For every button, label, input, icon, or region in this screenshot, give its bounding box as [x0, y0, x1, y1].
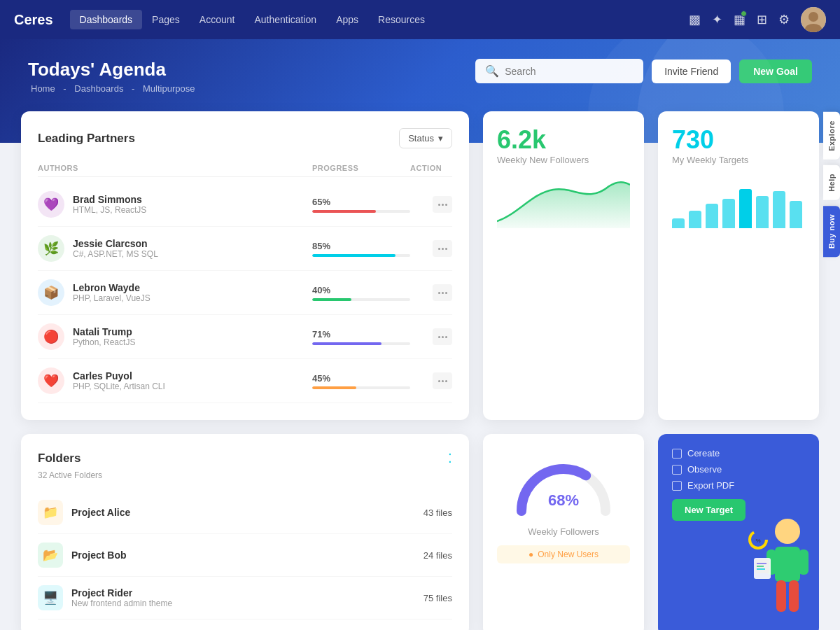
- folders-list: 📁 Project Alice 43 files 📂 Project Bob 2…: [38, 491, 452, 620]
- partner-skills: Python, ReactJS: [73, 337, 135, 347]
- checkbox-icon-3[interactable]: [672, 481, 682, 491]
- search-input[interactable]: [505, 66, 634, 77]
- action-dots-button[interactable]: [433, 196, 452, 213]
- action-dots-button[interactable]: [433, 284, 452, 301]
- action-dots-button[interactable]: [433, 240, 452, 257]
- progress-col: 71%: [312, 329, 410, 345]
- folder-name: Project Alice: [71, 507, 415, 518]
- partner-name: Natali Trump: [73, 326, 135, 337]
- progress-fill: [312, 298, 351, 301]
- side-tabs: Explore Help Buy now: [823, 112, 840, 257]
- nav-pages[interactable]: Pages: [142, 14, 190, 25]
- targets-bar-chart: [672, 172, 805, 228]
- bar-item: [722, 199, 735, 228]
- grid-icon[interactable]: ⊞: [757, 12, 767, 27]
- folders-subtitle: 32 Active Folders: [38, 470, 452, 480]
- folder-icon: 🖥️: [38, 585, 63, 610]
- targets-label: My Weekly Targets: [672, 155, 805, 165]
- svg-rect-7: [799, 550, 808, 575]
- list-item: 🖥️ Project Rider New frontend admin them…: [38, 577, 452, 620]
- search-icon: 🔍: [485, 64, 499, 78]
- followers-chart: [497, 172, 630, 228]
- checkbox-icon[interactable]: [672, 449, 682, 458]
- settings-icon[interactable]: ⚙: [778, 12, 790, 27]
- list-item: 📁 Project Alice 43 files: [38, 491, 452, 534]
- explore-tab[interactable]: Explore: [823, 112, 840, 160]
- nav-authentication[interactable]: Authentication: [244, 14, 326, 25]
- progress-col: 45%: [312, 373, 410, 389]
- bar-item: [773, 191, 785, 228]
- chevron-down-icon: ▾: [438, 133, 443, 144]
- partner-info: 🌿 Jessie Clarcson C#, ASP.NET, MS SQL: [38, 235, 312, 262]
- svg-point-4: [775, 519, 800, 544]
- gauge-chart: 68%: [507, 448, 620, 518]
- folders-card: Folders ⁚ 32 Active Folders 📁 Project Al…: [21, 434, 469, 630]
- navbar-right: ▩ ✦ ▦ ⊞ ⚙: [689, 7, 826, 32]
- progress-bar: [312, 210, 410, 213]
- progress-pct: 40%: [312, 285, 410, 295]
- progress-fill: [312, 254, 396, 257]
- table-row: 📦 Lebron Wayde PHP, Laravel, VueJS 40%: [38, 271, 452, 315]
- search-box[interactable]: 🔍: [475, 59, 643, 83]
- nav-dashboards[interactable]: Dashboards: [70, 10, 143, 29]
- partner-name: Carles Puyol: [73, 370, 165, 382]
- progress-pct: 45%: [312, 373, 410, 384]
- folder-name: Project Rider: [71, 587, 415, 598]
- action-dots-button[interactable]: [433, 328, 452, 345]
- invite-friend-button[interactable]: Invite Friend: [652, 59, 731, 83]
- nav-apps[interactable]: Apps: [326, 14, 368, 25]
- bar-item: [790, 201, 802, 228]
- folder-name: Project Bob: [71, 550, 415, 561]
- bar-item: [672, 218, 685, 228]
- table-row: 🔴 Natali Trump Python, ReactJS 71%: [38, 315, 452, 359]
- progress-pct: 71%: [312, 329, 410, 340]
- svg-point-1: [808, 12, 818, 22]
- col-authors: AUTHORS: [38, 164, 312, 172]
- sparkle-icon[interactable]: ✦: [712, 12, 722, 27]
- folder-desc: New frontend admin theme: [71, 598, 415, 608]
- table-row: 💜 Brad Simmons HTML, JS, ReactJS 65%: [38, 183, 452, 227]
- leading-partners-title: Leading Partners: [38, 132, 135, 146]
- partner-info: ❤️ Carles Puyol PHP, SQLite, Artisan CLI: [38, 368, 312, 394]
- progress-fill: [312, 342, 382, 345]
- partner-info: 💜 Brad Simmons HTML, JS, ReactJS: [38, 191, 312, 218]
- table-row: ❤️ Carles Puyol PHP, SQLite, Artisan CLI…: [38, 359, 452, 403]
- user-avatar[interactable]: [801, 7, 826, 32]
- bar-item: [756, 196, 769, 228]
- content-grid: Leading Partners Status ▾ AUTHORS PROGRE…: [21, 111, 819, 420]
- bar-item: [689, 211, 701, 228]
- progress-bar: [312, 342, 410, 345]
- svg-text:68%: 68%: [548, 491, 579, 509]
- svg-rect-5: [775, 547, 800, 582]
- breadcrumb: Home - Dashboards - Multipurpose: [28, 83, 197, 94]
- partner-skills: PHP, Laravel, VueJS: [73, 293, 150, 303]
- partner-name: Jessie Clarcson: [73, 238, 158, 249]
- help-tab[interactable]: Help: [823, 165, 840, 200]
- partner-name: Lebron Wayde: [73, 282, 150, 293]
- bar-item: [739, 189, 752, 228]
- nav-account[interactable]: Account: [190, 14, 245, 25]
- leading-partners-card: Leading Partners Status ▾ AUTHORS PROGRE…: [21, 111, 469, 420]
- action-dots-button[interactable]: [433, 372, 452, 389]
- table-row: 🌿 Jessie Clarcson C#, ASP.NET, MS SQL 85…: [38, 227, 452, 271]
- partner-avatar: 💜: [38, 191, 64, 218]
- targets-count: 730: [672, 125, 805, 155]
- progress-col: 65%: [312, 197, 410, 213]
- progress-fill: [312, 386, 356, 389]
- nav-resources[interactable]: Resources: [368, 14, 435, 25]
- bar-chart-icon[interactable]: ▩: [689, 12, 701, 27]
- buy-now-tab[interactable]: Buy now: [823, 206, 840, 257]
- new-goal-button[interactable]: New Goal: [739, 59, 812, 83]
- followers-count: 6.2k: [497, 125, 630, 155]
- checkbox-icon-2[interactable]: [672, 465, 682, 475]
- partner-avatar: ❤️: [38, 368, 64, 394]
- only-new-badge: ● Only New Users: [497, 545, 630, 564]
- partner-skills: PHP, SQLite, Artisan CLI: [73, 382, 165, 391]
- status-dropdown[interactable]: Status ▾: [399, 128, 452, 148]
- folder-dots-icon[interactable]: ⁚: [448, 451, 452, 466]
- gauge-label: Weekly Followers: [528, 526, 599, 537]
- progress-pct: 85%: [312, 241, 410, 251]
- chat-icon[interactable]: ▦: [734, 12, 746, 27]
- partner-name: Brad Simmons: [73, 194, 146, 205]
- progress-bar: [312, 386, 410, 389]
